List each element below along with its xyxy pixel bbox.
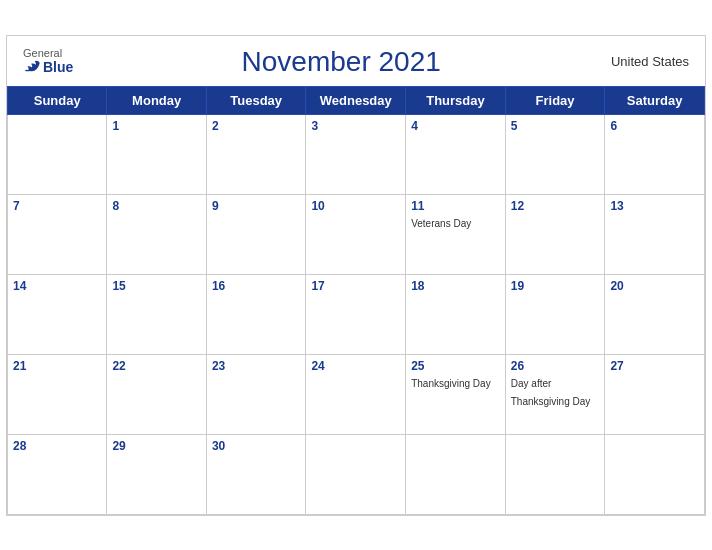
day-cell: 12 [505,194,605,274]
weekday-header-saturday: Saturday [605,86,705,114]
week-row-1: 7891011Veterans Day1213 [8,194,705,274]
day-cell: 2 [206,114,306,194]
day-cell: 1 [107,114,206,194]
day-cell: 18 [406,274,506,354]
day-cell: 10 [306,194,406,274]
day-number: 8 [112,199,200,213]
day-cell [306,434,406,514]
day-number: 12 [511,199,600,213]
day-cell: 4 [406,114,506,194]
weekday-header-monday: Monday [107,86,206,114]
day-cell: 29 [107,434,206,514]
day-cell: 5 [505,114,605,194]
day-cell: 21 [8,354,107,434]
day-cell [505,434,605,514]
logo-general-text: General [23,48,62,59]
logo-bird-icon [23,60,41,74]
day-cell [8,114,107,194]
day-cell [605,434,705,514]
day-cell: 11Veterans Day [406,194,506,274]
day-number: 22 [112,359,200,373]
day-number: 23 [212,359,301,373]
day-cell: 19 [505,274,605,354]
day-number: 16 [212,279,301,293]
calendar-container: General Blue November 2021 United States… [6,35,706,516]
day-number: 14 [13,279,101,293]
country-label: United States [609,54,689,69]
day-cell [406,434,506,514]
day-number: 25 [411,359,500,373]
day-number: 28 [13,439,101,453]
day-number: 5 [511,119,600,133]
day-number: 19 [511,279,600,293]
day-number: 10 [311,199,400,213]
day-cell: 27 [605,354,705,434]
day-cell: 16 [206,274,306,354]
day-cell: 30 [206,434,306,514]
day-number: 27 [610,359,699,373]
day-event: Veterans Day [411,218,471,229]
weekday-header-thursday: Thursday [406,86,506,114]
day-number: 13 [610,199,699,213]
week-row-2: 14151617181920 [8,274,705,354]
day-number: 6 [610,119,699,133]
calendar-header: General Blue November 2021 United States [7,36,705,86]
day-number: 2 [212,119,301,133]
weekday-header-row: SundayMondayTuesdayWednesdayThursdayFrid… [8,86,705,114]
day-number: 30 [212,439,301,453]
weekday-header-tuesday: Tuesday [206,86,306,114]
day-number: 7 [13,199,101,213]
day-cell: 23 [206,354,306,434]
day-number: 26 [511,359,600,373]
week-row-0: 123456 [8,114,705,194]
week-row-4: 282930 [8,434,705,514]
logo-area: General Blue [23,48,73,75]
day-cell: 22 [107,354,206,434]
day-cell: 26Day after Thanksgiving Day [505,354,605,434]
day-number: 24 [311,359,400,373]
day-number: 18 [411,279,500,293]
day-cell: 9 [206,194,306,274]
day-cell: 13 [605,194,705,274]
calendar-title: November 2021 [73,46,609,78]
day-number: 11 [411,199,500,213]
day-cell: 3 [306,114,406,194]
day-number: 9 [212,199,301,213]
day-number: 15 [112,279,200,293]
day-cell: 6 [605,114,705,194]
weekday-header-sunday: Sunday [8,86,107,114]
day-number: 17 [311,279,400,293]
day-number: 1 [112,119,200,133]
day-number: 3 [311,119,400,133]
day-number: 4 [411,119,500,133]
day-number: 20 [610,279,699,293]
day-cell: 25Thanksgiving Day [406,354,506,434]
day-event: Thanksgiving Day [411,378,490,389]
day-cell: 20 [605,274,705,354]
weekday-header-wednesday: Wednesday [306,86,406,114]
week-row-3: 2122232425Thanksgiving Day26Day after Th… [8,354,705,434]
day-number: 21 [13,359,101,373]
day-cell: 17 [306,274,406,354]
logo-blue-area: Blue [23,59,73,75]
weekday-header-friday: Friday [505,86,605,114]
day-cell: 14 [8,274,107,354]
day-event: Day after Thanksgiving Day [511,378,590,407]
logo-blue-text: Blue [43,59,73,75]
day-cell: 15 [107,274,206,354]
day-cell: 24 [306,354,406,434]
day-cell: 7 [8,194,107,274]
day-cell: 8 [107,194,206,274]
day-cell: 28 [8,434,107,514]
calendar-grid: SundayMondayTuesdayWednesdayThursdayFrid… [7,86,705,515]
day-number: 29 [112,439,200,453]
